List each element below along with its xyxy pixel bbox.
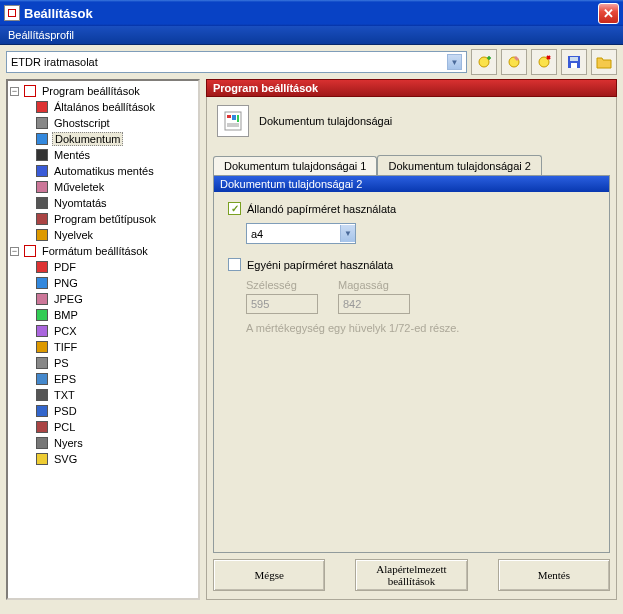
app-icon [4,5,20,21]
collapse-icon[interactable]: − [10,87,19,96]
tree-item[interactable]: TIFF [10,339,196,355]
tree-item-label: Automatikus mentés [52,165,156,177]
autosave-icon [34,164,49,178]
save-profile-button[interactable] [561,49,587,75]
section-header: Dokumentum tulajdonságai 2 [214,176,609,192]
profile-header: Beállításprofil [0,26,623,45]
tree-item[interactable]: Műveletek [10,179,196,195]
width-label: Szélesség [246,279,318,291]
tree-label: Formátum beállítások [40,245,150,257]
tree-item[interactable]: PS [10,355,196,371]
pcl-icon [34,420,49,434]
custom-paper-row: ✓ Egyéni papírméret használata [228,258,595,271]
dimensions-row: Szélesség Magasság [246,279,595,314]
window-title: Beállítások [24,6,93,21]
tree-item-label: PCX [52,325,79,337]
tree-item-label: TXT [52,389,77,401]
folder-icon [22,84,37,98]
unit-hint: A mértékegység egy hüvelyk 1/72-ed része… [246,322,595,334]
print-icon [34,196,49,210]
defaults-button[interactable]: Alapértelmezett beállítások [355,559,467,591]
jpeg-icon [34,292,49,306]
tree-item[interactable]: Program betűtípusok [10,211,196,227]
main-area: − Program beállítások Általános beállítá… [0,79,623,606]
ps-icon [34,356,49,370]
custom-paper-checkbox[interactable]: ✓ [228,258,241,271]
tree-item-label: Nyomtatás [52,197,109,209]
collapse-icon[interactable]: − [10,247,19,256]
tree-item-label: JPEG [52,293,85,305]
save-icon [34,148,49,162]
tree-item[interactable]: PCX [10,323,196,339]
tree-item-label: Program betűtípusok [52,213,158,225]
close-button[interactable]: ✕ [598,3,619,24]
font-icon [34,212,49,226]
chevron-down-icon: ▼ [447,54,462,70]
open-folder-button[interactable] [591,49,617,75]
tree-item-label: Általános beállítások [52,101,157,113]
profile-value: ETDR iratmasolat [11,56,98,68]
tree-item[interactable]: EPS [10,371,196,387]
tree-item-label: Ghostscript [52,117,112,129]
tree-item-label: Nyers [52,437,85,449]
tree-item[interactable]: PCL [10,419,196,435]
settings-tree[interactable]: − Program beállítások Általános beállítá… [6,79,200,600]
save-button[interactable]: Mentés [498,559,610,591]
edit-profile-button[interactable] [501,49,527,75]
tree-item[interactable]: JPEG [10,291,196,307]
paper-size-value: a4 [251,228,263,240]
tree-item-label: PCL [52,421,77,433]
svg-rect-7 [227,115,231,118]
tree-item[interactable]: Nyers [10,435,196,451]
tree-item[interactable]: Ghostscript [10,115,196,131]
tree-item[interactable]: Mentés [10,147,196,163]
png-icon [34,276,49,290]
raw-icon [34,436,49,450]
tree-item[interactable]: Nyelvek [10,227,196,243]
width-input [246,294,318,314]
add-profile-button[interactable] [471,49,497,75]
tab-doc-props-2[interactable]: Dokumentum tulajdonságai 2 [377,155,541,176]
tree-item-label: PNG [52,277,80,289]
paper-size-select[interactable]: a4 ▼ [246,223,356,244]
delete-profile-button[interactable] [531,49,557,75]
tree-item[interactable]: SVG [10,451,196,467]
pcx-icon [34,324,49,338]
profile-toolbar: ETDR iratmasolat ▼ [0,45,623,79]
svg-icon [34,452,49,466]
tree-item-label: SVG [52,453,79,465]
tab-doc-props-1[interactable]: Dokumentum tulajdonságai 1 [213,156,377,175]
tree-item[interactable]: PNG [10,275,196,291]
tree-item-label: Műveletek [52,181,106,193]
fixed-paper-checkbox[interactable]: ✓ [228,202,241,215]
svg-rect-8 [232,115,236,120]
tree-item[interactable]: Dokumentum [10,131,196,147]
tree-item-label: BMP [52,309,80,321]
description-row: Dokumentum tulajdonságai [207,97,616,145]
tree-item[interactable]: PDF [10,259,196,275]
tree-group-program[interactable]: − Program beállítások [10,83,196,99]
tree-item[interactable]: PSD [10,403,196,419]
tree-label: Program beállítások [40,85,142,97]
tree-item[interactable]: Nyomtatás [10,195,196,211]
tree-group-format[interactable]: − Formátum beállítások [10,243,196,259]
document-icon [217,105,249,137]
tabs: Dokumentum tulajdonságai 1 Dokumentum tu… [207,155,616,175]
eps-icon [34,372,49,386]
window-titlebar: Beállítások ✕ [0,0,623,26]
tree-item[interactable]: Automatikus mentés [10,163,196,179]
tree-item-label: PSD [52,405,79,417]
actions-icon [34,180,49,194]
tree-item-label: Mentés [52,149,92,161]
section-body: ✓ Állandó papírméret használata a4 ▼ ✓ E… [214,192,609,344]
cancel-button[interactable]: Mégse [213,559,325,591]
general-icon [34,100,49,114]
profile-select[interactable]: ETDR iratmasolat ▼ [6,51,467,73]
tree-item-label: PDF [52,261,78,273]
tree-item[interactable]: BMP [10,307,196,323]
txt-icon [34,388,49,402]
height-label: Magasság [338,279,410,291]
tree-item[interactable]: Általános beállítások [10,99,196,115]
tree-item[interactable]: TXT [10,387,196,403]
ghost-icon [34,116,49,130]
